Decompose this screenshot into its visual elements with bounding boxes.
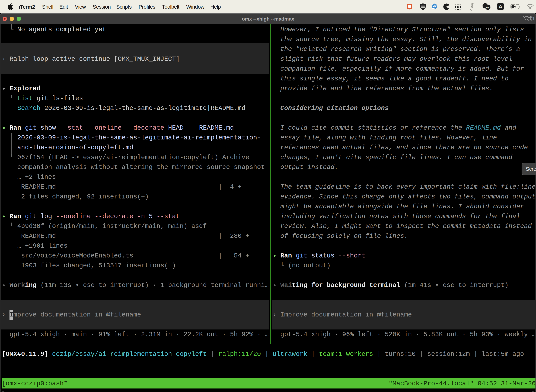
svg-text:1: 1 [532, 16, 534, 21]
svg-text:..61: ..61 [485, 6, 489, 9]
